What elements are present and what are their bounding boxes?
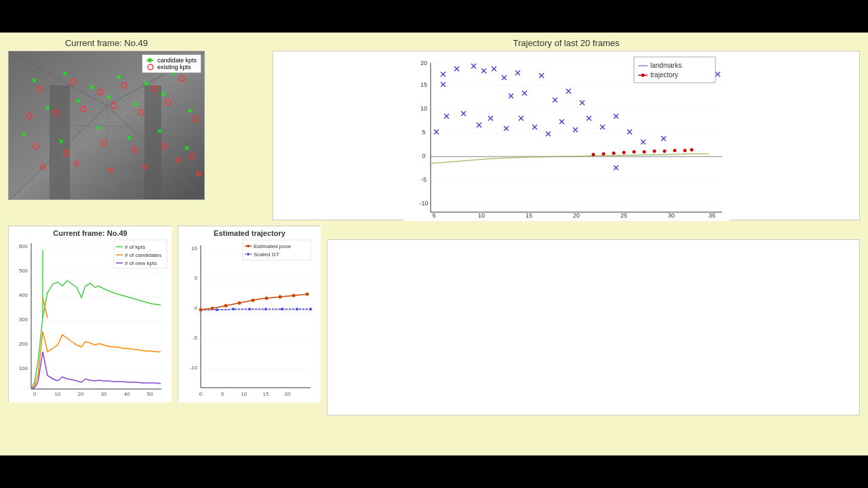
svg-text:trajectory: trajectory (650, 71, 678, 79)
svg-text:30: 30 (668, 212, 675, 219)
svg-text:# of kpts: # of kpts (125, 244, 145, 250)
svg-point-265 (292, 294, 296, 298)
kpts-panel: Current frame: No.49 600 500 400 300 200… (8, 226, 171, 450)
svg-text:20: 20 (420, 60, 427, 66)
svg-point-255 (281, 308, 283, 310)
camera-panel-title: Current frame: No.49 (65, 38, 148, 48)
svg-point-262 (252, 299, 255, 302)
svg-text:5: 5 (432, 212, 435, 219)
svg-point-185 (643, 150, 646, 154)
svg-point-190 (690, 148, 694, 152)
bottom-row: Current frame: No.49 600 500 400 300 200… (8, 226, 860, 450)
svg-point-269 (247, 245, 250, 247)
svg-point-189 (684, 149, 687, 152)
svg-point-86 (148, 64, 153, 70)
svg-point-258 (199, 308, 203, 312)
svg-text:5: 5 (195, 275, 198, 281)
svg-text:0: 0 (199, 391, 203, 397)
svg-text:-5: -5 (421, 176, 427, 183)
svg-text:10: 10 (191, 245, 197, 251)
camera-legend: candidate kpts existing kpts (142, 54, 201, 73)
svg-point-263 (265, 297, 269, 300)
svg-point-188 (673, 149, 677, 152)
svg-text:5: 5 (221, 391, 224, 397)
svg-point-266 (306, 293, 309, 296)
svg-text:300: 300 (19, 317, 28, 323)
existing-kpts-label: existing kpts (157, 64, 191, 70)
svg-text:600: 600 (19, 243, 28, 249)
trajectory-chart-top: 20 15 10 5 0 -5 -10 5 10 15 20 25 30 35 (273, 51, 860, 220)
svg-point-272 (247, 253, 250, 256)
svg-point-187 (663, 150, 667, 153)
svg-point-264 (279, 296, 282, 299)
svg-point-261 (238, 302, 241, 305)
svg-point-183 (623, 151, 626, 155)
svg-point-197 (642, 74, 645, 77)
svg-text:40: 40 (124, 391, 130, 397)
svg-text:Estimated pose: Estimated pose (254, 243, 292, 249)
svg-text:10: 10 (478, 212, 485, 219)
svg-point-186 (653, 150, 656, 153)
svg-text:100: 100 (19, 365, 28, 371)
svg-text:400: 400 (19, 292, 28, 298)
trajectory-panel-title: Trajectory of last 20 frames (513, 38, 619, 48)
bottom-black-bar (0, 455, 868, 488)
est-traj-chart: Estimated trajectory 10 5 0 -5 -10 0 5 1… (178, 226, 320, 402)
svg-text:Estimated trajectory: Estimated trajectory (214, 229, 286, 237)
candidate-kpts-label: candidate kpts (157, 57, 197, 64)
svg-text:5: 5 (422, 129, 425, 136)
bottom-trajectory-panel (327, 226, 860, 450)
svg-text:0: 0 (422, 152, 425, 159)
svg-text:10: 10 (420, 105, 427, 112)
svg-text:10: 10 (55, 391, 61, 397)
svg-text:# of new kpts: # of new kpts (125, 260, 157, 266)
svg-rect-8 (144, 85, 161, 200)
kpts-chart: Current frame: No.49 600 500 400 300 200… (8, 226, 171, 402)
svg-text:30: 30 (101, 391, 107, 397)
svg-point-184 (633, 150, 636, 154)
main-content: Current frame: No.49 (0, 33, 868, 455)
bottom-traj-chart (327, 239, 860, 415)
svg-text:-10: -10 (189, 365, 197, 371)
svg-point-180 (592, 153, 595, 157)
svg-text:20: 20 (78, 391, 84, 397)
svg-point-182 (612, 152, 616, 155)
camera-view: candidate kpts existing kpts candidate k… (8, 51, 205, 200)
svg-point-256 (296, 308, 298, 310)
svg-point-253 (248, 308, 251, 310)
svg-point-181 (602, 152, 606, 156)
svg-text:10: 10 (241, 391, 248, 397)
svg-text:15: 15 (263, 391, 269, 397)
svg-point-254 (264, 308, 267, 310)
svg-text:Current frame: No.49: Current frame: No.49 (53, 229, 127, 237)
svg-text:200: 200 (19, 341, 28, 347)
svg-text:20: 20 (285, 391, 291, 397)
est-trajectory-panel: Estimated trajectory 10 5 0 -5 -10 0 5 1… (178, 226, 320, 450)
svg-text:50: 50 (147, 391, 153, 397)
svg-text:0: 0 (33, 391, 37, 397)
top-row: Current frame: No.49 (8, 38, 860, 220)
svg-text:-10: -10 (419, 200, 428, 207)
svg-text:0: 0 (195, 305, 198, 311)
svg-point-259 (211, 307, 214, 310)
svg-text:landmarks: landmarks (650, 62, 682, 69)
svg-text:25: 25 (620, 212, 627, 219)
svg-point-252 (232, 308, 235, 310)
trajectory-panel: Trajectory of last 20 frames 20 15 10 5 … (273, 38, 860, 220)
svg-point-251 (216, 308, 218, 311)
svg-rect-191 (634, 57, 715, 83)
svg-text:500: 500 (19, 268, 28, 274)
camera-panel: Current frame: No.49 (8, 38, 205, 220)
svg-text:35: 35 (709, 212, 715, 219)
svg-text:# of candidates: # of candidates (125, 252, 161, 258)
svg-text:15: 15 (420, 81, 427, 88)
svg-text:15: 15 (526, 212, 532, 219)
svg-point-257 (309, 308, 312, 310)
top-black-bar (0, 0, 868, 33)
svg-text:-5: -5 (193, 335, 198, 341)
svg-text:20: 20 (573, 212, 580, 219)
svg-text:Scaled GT: Scaled GT (254, 251, 279, 258)
svg-point-260 (224, 304, 228, 308)
